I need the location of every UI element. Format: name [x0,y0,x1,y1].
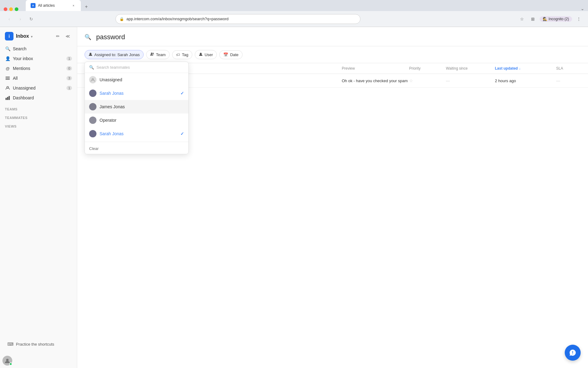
shortcuts-item[interactable]: ⌨ Practice the shortcuts [5,340,72,348]
minimize-button[interactable] [9,7,13,11]
svg-point-11 [153,53,154,54]
dropdown-item-james-jonas[interactable]: James Jonas [85,100,188,113]
cell-preview: Oh ok - have you checked your spam [342,79,409,83]
your-inbox-badge: 1 [66,56,72,61]
sidebar-title: Inbox ▾ [16,33,51,39]
shortcuts-label: Practice the shortcuts [16,342,54,347]
sidebar-nav: 🔍 Search 👤 Your inbox 1 @ Mentions 0 All… [0,43,77,104]
tab-expand-button[interactable]: ⌄ [581,6,584,11]
forward-button[interactable]: › [16,15,24,23]
sidebar-header-actions: ✏ ≪ [54,32,72,40]
search-icon-header: 🔍 [85,34,91,40]
svg-rect-5 [7,97,8,100]
bookmark-button[interactable]: ☆ [518,15,526,23]
team-icon [150,52,154,57]
back-button[interactable]: ‹ [5,15,13,23]
sarah-jonas-check-2: ✓ [180,131,184,136]
extensions-button[interactable]: ⊞ [529,15,537,23]
compose-button[interactable]: ✏ [54,32,62,40]
sidebar-item-your-inbox[interactable]: 👤 Your inbox 1 [2,54,74,63]
url-text: app.intercom.com/a/inbox/nnsgmgob/search… [126,17,356,21]
unassigned-label: Unassigned [100,77,184,82]
col-last-updated[interactable]: Last updated ↓ [495,66,556,71]
priority-star[interactable]: ☆ [409,78,413,83]
sidebar-item-label: Your inbox [13,56,64,61]
sort-arrow: ↓ [519,67,521,70]
cell-waiting-since: — [446,79,495,83]
user-filter-button[interactable]: User [195,50,217,59]
col-subject: Subject [170,66,342,71]
status-indicator [9,362,12,366]
james-jonas-avatar [89,103,96,110]
tag-label: Tag [182,52,188,57]
refresh-button[interactable]: ↻ [27,15,36,23]
all-badge: 3 [66,76,72,80]
sarah-jonas-check-1: ✓ [180,91,184,96]
sidebar-item-mentions[interactable]: @ Mentions 0 [2,64,74,73]
unassigned-avatar [89,76,96,83]
sidebar-item-dashboard[interactable]: Dashboard [2,93,74,102]
sidebar-bottom: ⌨ Practice the shortcuts [0,335,77,353]
filter-bar: Assigned to: Sarah Jonas 🔍 Unassigned [77,46,588,63]
all-icon [5,75,10,81]
browser-actions: ☆ ⊞ 🕵 Incognito (2) ⋮ [518,15,583,23]
keyboard-icon: ⌨ [7,342,13,347]
user-avatar[interactable] [2,356,12,366]
person-icon [89,52,92,57]
sarah-jonas-avatar-1 [89,90,96,97]
tab-close-button[interactable]: × [71,3,76,8]
sidebar-item-label: Search [13,46,72,51]
cell-priority: ☆ [409,78,446,83]
sidebar-item-label: Unassigned [13,86,64,90]
inbox-icon: 👤 [5,56,10,61]
dropdown-divider [85,142,188,142]
svg-rect-0 [6,77,10,77]
new-tab-button[interactable]: + [82,2,91,11]
tab-favicon-text: A [32,4,34,7]
dropdown-item-sarah-jonas-1[interactable]: Sarah Jonas ✓ [85,86,188,100]
sidebar-item-search[interactable]: 🔍 Search [2,44,74,53]
main-header: 🔍 password [77,27,588,46]
sidebar: i Inbox ▾ ✏ ≪ 🔍 Search 👤 Your inbox 1 [0,27,77,368]
address-bar[interactable]: 🔒 app.intercom.com/a/inbox/nnsgmgob/sear… [115,14,360,24]
dropdown-item-operator[interactable]: Operator [85,113,188,127]
tab-title: All articles [38,3,69,8]
search-icon: 🔍 [5,46,10,52]
maximize-button[interactable] [15,7,18,11]
sarah-jonas-name-2: Sarah Jonas [100,131,177,136]
support-chat-button[interactable] [565,345,581,361]
operator-avatar [89,117,96,124]
user-filter-icon [199,52,203,57]
sidebar-item-unassigned[interactable]: Unassigned 1 [2,83,74,93]
sidebar-item-all[interactable]: All 3 [2,74,74,83]
tag-filter-button[interactable]: 🏷 Tag [172,50,192,59]
browser-menu-button[interactable]: ⋮ [575,15,583,23]
teammates-section-header: TEAMMATES [0,112,77,121]
incognito-badge[interactable]: 🕵 Incognito (2) [540,16,572,22]
dropdown-search: 🔍 [85,62,188,73]
sarah-jonas-name-1: Sarah Jonas [100,91,177,96]
col-preview: Preview [342,66,409,71]
dropdown-item-sarah-jonas-2[interactable]: Sarah Jonas ✓ [85,127,188,140]
cell-last-updated: 2 hours ago [495,79,556,83]
date-icon: 📅 [223,52,228,57]
lock-icon: 🔒 [119,17,124,21]
date-filter-button[interactable]: 📅 Date [219,50,242,59]
browser-tab[interactable]: A All articles × [26,0,81,11]
tab-favicon: A [31,3,36,8]
close-button[interactable] [4,7,7,11]
dashboard-icon [5,95,10,101]
svg-point-10 [151,53,153,54]
assigned-to-filter-button[interactable]: Assigned to: Sarah Jonas [85,50,144,59]
dropdown-item-unassigned[interactable]: Unassigned [85,73,188,86]
svg-rect-6 [9,96,10,100]
dropdown-clear-button[interactable]: Clear [85,143,188,154]
incognito-icon: 🕵 [543,17,547,21]
search-teammates-input[interactable] [96,65,184,70]
team-filter-button[interactable]: Team [146,50,170,59]
col-waiting-since: Waiting since [446,66,495,71]
dropdown-search-icon: 🔍 [89,65,94,70]
svg-rect-4 [6,98,7,100]
collapse-sidebar-button[interactable]: ≪ [63,32,72,40]
unassigned-icon [5,85,10,91]
